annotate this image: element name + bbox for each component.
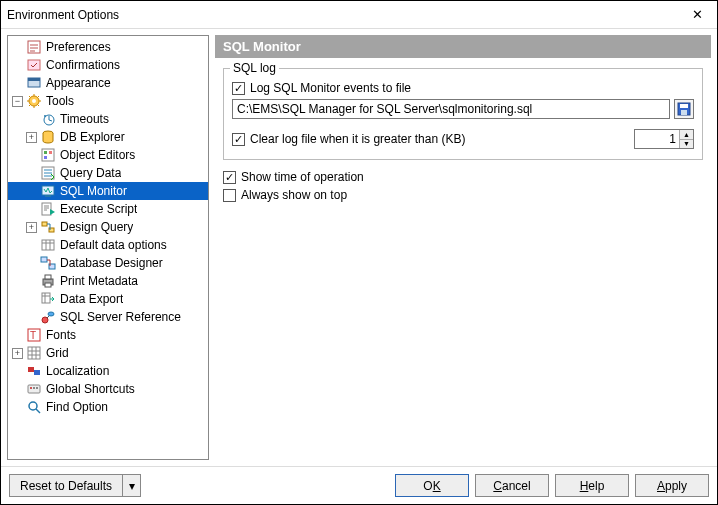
spin-down[interactable]: ▼ (680, 140, 693, 149)
save-icon (677, 102, 691, 116)
reset-defaults-dropdown[interactable]: ▾ (123, 474, 141, 497)
data-export-icon (40, 291, 56, 307)
svg-rect-12 (44, 156, 47, 159)
tree-item-print-metadata[interactable]: Print Metadata (8, 272, 208, 290)
database-designer-icon (40, 255, 56, 271)
log-events-checkbox[interactable] (232, 82, 245, 95)
tree-item-fonts[interactable]: TFonts (8, 326, 208, 344)
nav-tree[interactable]: Preferences Confirmations Appearance −To… (7, 35, 209, 460)
svg-rect-36 (36, 387, 38, 389)
show-time-label: Show time of operation (241, 170, 364, 184)
tree-item-localization[interactable]: Localization (8, 362, 208, 380)
db-explorer-icon (40, 129, 56, 145)
clear-log-checkbox[interactable] (232, 133, 245, 146)
global-shortcuts-icon (26, 381, 42, 397)
tree-item-confirmations[interactable]: Confirmations (8, 56, 208, 74)
kb-input[interactable] (635, 130, 679, 148)
svg-rect-23 (45, 275, 51, 279)
save-path-button[interactable] (674, 99, 694, 119)
tree-item-sql-monitor[interactable]: SQL Monitor (8, 182, 208, 200)
svg-rect-17 (42, 222, 47, 226)
always-top-label: Always show on top (241, 188, 347, 202)
preferences-icon (26, 39, 42, 55)
cancel-button[interactable]: Cancel (475, 474, 549, 497)
sql-server-ref-icon (40, 309, 56, 325)
tree-item-default-data-options[interactable]: Default data options (8, 236, 208, 254)
clear-log-label: Clear log file when it is greater than (… (250, 132, 465, 146)
default-data-icon (40, 237, 56, 253)
svg-point-5 (32, 99, 36, 103)
sql-log-group: SQL log Log SQL Monitor events to file C… (223, 68, 703, 160)
svg-rect-11 (49, 151, 52, 154)
window-title: Environment Options (7, 8, 683, 22)
panel-header: SQL Monitor (215, 35, 711, 58)
timeouts-icon (40, 111, 56, 127)
tree-item-appearance[interactable]: Appearance (8, 74, 208, 92)
close-button[interactable]: ✕ (683, 5, 711, 25)
collapse-icon[interactable]: − (12, 96, 23, 107)
svg-rect-31 (28, 367, 34, 372)
log-path-input[interactable] (232, 99, 670, 119)
kb-spinner[interactable]: ▲ ▼ (634, 129, 694, 149)
tree-item-execute-script[interactable]: Execute Script (8, 200, 208, 218)
sql-log-legend: SQL log (230, 61, 279, 75)
svg-rect-39 (680, 104, 688, 108)
svg-rect-15 (45, 195, 51, 197)
show-time-checkbox[interactable] (223, 171, 236, 184)
svg-point-27 (48, 312, 54, 316)
reset-defaults-button[interactable]: Reset to Defaults (9, 474, 123, 497)
tree-item-db-explorer[interactable]: +DB Explorer (8, 128, 208, 146)
svg-point-37 (29, 402, 37, 410)
svg-rect-19 (42, 240, 54, 250)
sql-monitor-icon (40, 183, 56, 199)
svg-rect-40 (681, 110, 687, 115)
tree-item-global-shortcuts[interactable]: Global Shortcuts (8, 380, 208, 398)
tree-item-preferences[interactable]: Preferences (8, 38, 208, 56)
expand-icon[interactable]: + (26, 222, 37, 233)
grid-icon (26, 345, 42, 361)
appearance-icon (26, 75, 42, 91)
svg-rect-1 (28, 60, 40, 70)
tree-item-timeouts[interactable]: Timeouts (8, 110, 208, 128)
svg-rect-24 (45, 283, 51, 287)
print-metadata-icon (40, 273, 56, 289)
tree-item-grid[interactable]: +Grid (8, 344, 208, 362)
expand-icon[interactable]: + (12, 348, 23, 359)
svg-rect-20 (41, 257, 47, 262)
fonts-icon: T (26, 327, 42, 343)
design-query-icon (40, 219, 56, 235)
svg-point-7 (44, 115, 46, 117)
ok-button[interactable]: OK (395, 474, 469, 497)
expand-icon[interactable]: + (26, 132, 37, 143)
tree-item-sql-server-reference[interactable]: SQL Server Reference (8, 308, 208, 326)
svg-rect-32 (34, 370, 40, 375)
svg-rect-9 (42, 149, 54, 161)
tree-item-data-export[interactable]: Data Export (8, 290, 208, 308)
tree-item-design-query[interactable]: +Design Query (8, 218, 208, 236)
svg-rect-35 (33, 387, 35, 389)
svg-text:T: T (30, 330, 36, 341)
tree-item-query-data[interactable]: Query Data (8, 164, 208, 182)
svg-rect-30 (28, 347, 40, 359)
tree-item-find-option[interactable]: Find Option (8, 398, 208, 416)
tree-item-database-designer[interactable]: Database Designer (8, 254, 208, 272)
svg-rect-34 (30, 387, 32, 389)
svg-rect-25 (42, 293, 50, 303)
localization-icon (26, 363, 42, 379)
object-editors-icon (40, 147, 56, 163)
query-data-icon (40, 165, 56, 181)
log-events-label: Log SQL Monitor events to file (250, 81, 411, 95)
tree-item-tools[interactable]: −Tools (8, 92, 208, 110)
tools-icon (26, 93, 42, 109)
apply-button[interactable]: Apply (635, 474, 709, 497)
svg-rect-10 (44, 151, 47, 154)
confirmations-icon (26, 57, 42, 73)
always-top-checkbox[interactable] (223, 189, 236, 202)
svg-rect-16 (42, 203, 51, 215)
help-button[interactable]: Help (555, 474, 629, 497)
spin-up[interactable]: ▲ (680, 130, 693, 140)
tree-item-object-editors[interactable]: Object Editors (8, 146, 208, 164)
svg-rect-3 (28, 78, 40, 81)
execute-script-icon (40, 201, 56, 217)
find-option-icon (26, 399, 42, 415)
